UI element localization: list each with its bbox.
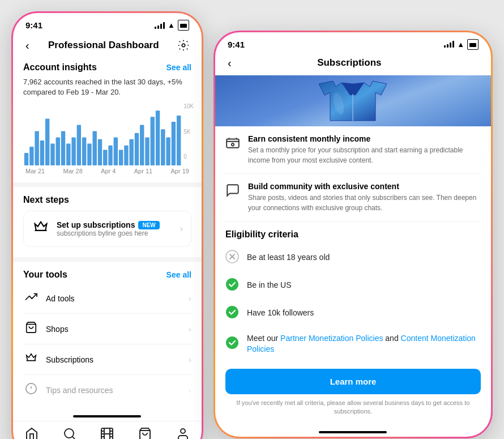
your-tools-section: Your tools See all Ad tools › (13, 262, 202, 410)
divider-2 (13, 257, 202, 262)
tool-tips[interactable]: Tips and resources › (23, 375, 191, 405)
status-icons-right: ▲ (444, 39, 479, 50)
chart-label-mar21: Mar 21 (25, 168, 45, 174)
card-chevron-icon: › (180, 224, 183, 234)
svg-point-35 (65, 429, 74, 438)
svg-rect-29 (172, 122, 176, 165)
svg-rect-16 (103, 150, 107, 166)
home-indicator-right (319, 431, 387, 433)
status-bar-right: 9:41 ▲ (215, 32, 491, 52)
svg-rect-15 (98, 139, 102, 165)
page-title-right: Subscriptions (234, 57, 465, 69)
feature-community-title: Build community with exclusive content (248, 182, 481, 191)
svg-rect-11 (77, 125, 81, 166)
criteria-us-text: Be in the US (247, 280, 292, 291)
tool-subscriptions-name: Subscriptions (46, 355, 182, 364)
back-button-right[interactable]: ‹ (225, 57, 234, 70)
svg-rect-18 (114, 138, 118, 166)
partner-policy-link[interactable]: Partner Monetization Policies (280, 334, 383, 343)
chart-label-mar28: Mar 28 (63, 168, 83, 174)
tool-shops-name: Shops (46, 325, 182, 334)
nav-reels[interactable] (100, 427, 114, 439)
chart-svg (23, 103, 191, 165)
status-icons-left: ▲ (155, 20, 189, 31)
nav-header-left: ‹ Professional Dashboard (13, 33, 202, 59)
tool-chevron-2: › (189, 324, 191, 334)
left-phone: 9:41 ▲ ‹ Professional Dashboard (11, 11, 203, 439)
svg-point-55 (226, 306, 238, 318)
svg-rect-28 (166, 138, 170, 166)
next-steps-section: Next steps Set up subscriptions NEW subs… (13, 187, 202, 252)
tools-header: Your tools See all (23, 270, 191, 283)
settings-icon[interactable] (176, 37, 191, 53)
next-steps-title: Next steps (23, 195, 191, 205)
subs-hero-image (215, 75, 491, 126)
status-time-left: 9:41 (25, 20, 42, 30)
ad-tools-icon (23, 291, 39, 306)
wifi-icon: ▲ (168, 21, 175, 29)
tool-tips-name: Tips and resources (46, 386, 182, 395)
feature-income-content: Earn consistent monthly income Set a mon… (248, 134, 481, 165)
feature-income-desc: Set a monthly price for your subscriptio… (248, 145, 481, 165)
svg-rect-23 (140, 125, 144, 166)
svg-rect-25 (151, 117, 155, 166)
svg-rect-8 (61, 131, 65, 166)
chart-y-10k: 10K (183, 103, 194, 109)
svg-point-56 (226, 336, 238, 349)
criteria-followers-text: Have 10k followers (247, 308, 314, 319)
tool-subscriptions[interactable]: Subscriptions › (23, 344, 191, 375)
learn-more-button[interactable]: Learn more (225, 369, 481, 394)
bottom-nav-left (13, 421, 202, 439)
tools-title: Your tools (23, 270, 67, 280)
account-insights-title: Account insights (23, 62, 97, 73)
back-button-left[interactable]: ‹ (23, 39, 32, 52)
svg-rect-14 (92, 131, 96, 166)
criteria-followers: Have 10k followers (225, 300, 481, 327)
feature-income: Earn consistent monthly income Set a mon… (225, 126, 481, 174)
svg-rect-17 (108, 146, 112, 165)
svg-rect-24 (145, 138, 149, 166)
tools-see-all[interactable]: See all (166, 270, 191, 279)
svg-rect-7 (56, 138, 60, 166)
svg-point-54 (226, 278, 238, 291)
svg-rect-12 (82, 138, 86, 166)
criteria-check-2 (225, 305, 240, 322)
svg-rect-2 (29, 147, 33, 165)
subs-features-section: Earn consistent monthly income Set a mon… (215, 126, 491, 361)
tool-shops[interactable]: Shops › (23, 314, 191, 344)
svg-rect-3 (35, 131, 39, 166)
insights-description: 7,962 accounts reached in the last 30 da… (13, 76, 202, 103)
right-phone: 9:41 ▲ ‹ Subscriptions (213, 31, 493, 438)
card-title: Set up subscriptions (57, 220, 135, 229)
new-badge: NEW (138, 221, 159, 229)
svg-rect-26 (156, 111, 160, 166)
scroll-content-right: Earn consistent monthly income Set a mon… (215, 75, 491, 431)
nav-header-right: ‹ Subscriptions (215, 52, 491, 75)
chart-container: 10K 5K 0 (13, 103, 202, 177)
nav-search[interactable] (63, 427, 76, 439)
chart-y-0: 0 (183, 154, 194, 160)
nav-profile[interactable] (176, 427, 190, 439)
svg-rect-5 (45, 119, 49, 166)
feature-community: Build community with exclusive content S… (225, 174, 481, 221)
signal-icon (155, 22, 165, 29)
tips-icon (23, 382, 39, 398)
svg-point-50 (232, 143, 234, 146)
feature-community-desc: Share posts, videos and stories that onl… (248, 193, 481, 213)
account-insights-see-all[interactable]: See all (166, 63, 191, 72)
criteria-check-3 (225, 336, 240, 352)
chart-label-apr4: Apr 4 (101, 168, 116, 174)
nav-home[interactable] (25, 427, 39, 439)
svg-rect-4 (40, 140, 44, 165)
account-insights-header: Account insights See all (13, 59, 202, 76)
nav-shop[interactable] (138, 427, 152, 439)
svg-rect-6 (50, 144, 54, 166)
subscriptions-card[interactable]: Set up subscriptions NEW subscriptions b… (23, 211, 191, 247)
battery-icon (178, 20, 189, 31)
criteria-us: Be in the US (225, 272, 481, 300)
criteria-policies: Meet our Partner Monetization Policies a… (225, 327, 481, 361)
home-indicator-left (73, 415, 141, 417)
tool-ad-tools[interactable]: Ad tools › (23, 283, 191, 314)
card-content: Set up subscriptions NEW subscriptions b… (57, 220, 173, 237)
status-bar-left: 9:41 ▲ (13, 13, 202, 33)
